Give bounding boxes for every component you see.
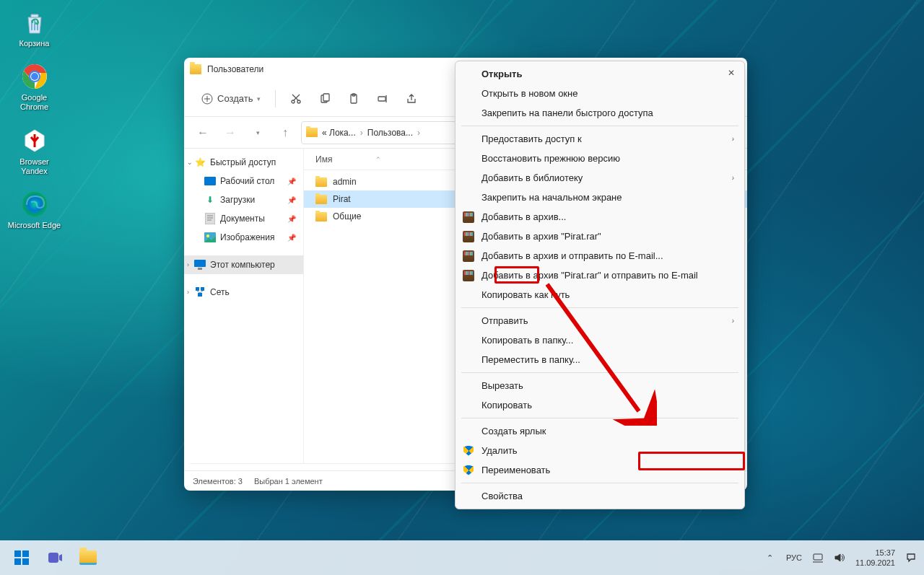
svg-rect-24 xyxy=(14,558,21,565)
tray-chevron-icon[interactable]: ⌃ xyxy=(764,552,776,563)
menu-move-to-folder[interactable]: Переместить в папку... xyxy=(456,350,744,369)
menu-restore-version[interactable]: Восстановить прежнюю версию xyxy=(456,149,744,168)
svg-rect-23 xyxy=(22,550,29,557)
paste-icon[interactable] xyxy=(341,86,367,112)
back-button[interactable]: ← xyxy=(191,121,214,144)
menu-pin-quick-access[interactable]: Закрепить на панели быстрого доступа xyxy=(456,103,744,123)
sidebar: ⌄⭐Быстрый доступ Рабочий стол📌 ⬇Загрузки… xyxy=(184,149,303,463)
sidebar-this-pc[interactable]: ›Этот компьютер xyxy=(184,255,303,274)
icon-label: Microsoft Edge xyxy=(8,221,61,230)
menu-add-archive[interactable]: Добавить в архив... xyxy=(456,207,744,227)
folder-icon xyxy=(306,128,318,137)
taskbar-teams[interactable] xyxy=(40,543,69,572)
shield-icon xyxy=(463,446,474,456)
svg-rect-13 xyxy=(204,177,216,185)
menu-copy-path[interactable]: Копировать как путь xyxy=(456,285,744,304)
icon-label: Корзина xyxy=(19,39,50,48)
svg-point-7 xyxy=(297,100,300,103)
menu-rename[interactable]: Переименовать xyxy=(456,460,744,480)
icon-label: Browser Yandex xyxy=(7,157,61,176)
shield-icon xyxy=(463,465,474,475)
folder-icon xyxy=(190,64,201,74)
rar-icon xyxy=(463,250,474,262)
menu-open-new-window[interactable]: Открыть в новом окне xyxy=(456,84,744,103)
taskbar-explorer[interactable] xyxy=(74,543,103,572)
edge-icon[interactable]: Microsoft Edge xyxy=(7,189,61,230)
sidebar-desktop[interactable]: Рабочий стол📌 xyxy=(184,172,303,190)
rar-icon xyxy=(463,211,474,223)
menu-properties[interactable]: Свойства xyxy=(456,486,744,506)
chrome-icon[interactable]: Google Chrome xyxy=(7,61,61,112)
menu-create-shortcut[interactable]: Создать ярлык xyxy=(456,421,744,441)
svg-rect-21 xyxy=(198,293,202,297)
pin-icon: 📌 xyxy=(287,215,296,223)
folder-icon xyxy=(315,177,327,187)
volume-icon[interactable] xyxy=(834,552,845,563)
recycle-bin-icon[interactable]: Корзина xyxy=(7,7,61,48)
menu-open[interactable]: Открыть xyxy=(456,64,744,84)
menu-add-pirat-rar[interactable]: Добавить в архив "Pirat.rar" xyxy=(456,227,744,246)
menu-add-library[interactable]: Добавить в библиотеку› xyxy=(456,168,744,188)
folder-icon xyxy=(315,195,327,204)
pin-icon: 📌 xyxy=(287,234,296,242)
menu-grant-access[interactable]: Предоставить доступ к› xyxy=(456,129,744,149)
menu-add-email[interactable]: Добавить в архив и отправить по E-mail..… xyxy=(456,246,744,265)
new-button[interactable]: Создать ▾ xyxy=(194,89,268,109)
sidebar-downloads[interactable]: ⬇Загрузки📌 xyxy=(184,190,303,209)
window-title: Пользователи xyxy=(207,64,263,74)
svg-rect-20 xyxy=(201,287,204,291)
yandex-browser-icon[interactable]: Browser Yandex xyxy=(7,126,61,176)
language-indicator[interactable]: РУС xyxy=(786,553,802,562)
svg-rect-19 xyxy=(196,287,199,291)
svg-point-16 xyxy=(206,234,209,237)
cut-icon[interactable] xyxy=(283,86,309,112)
svg-rect-14 xyxy=(205,213,215,224)
copy-icon[interactable] xyxy=(312,86,338,112)
sidebar-pictures[interactable]: Изображения📌 xyxy=(184,228,303,247)
context-menu: ✕ Открыть Открыть в новом окне Закрепить… xyxy=(455,61,745,509)
svg-point-6 xyxy=(292,100,295,103)
notifications-icon[interactable] xyxy=(905,552,917,563)
menu-cut[interactable]: Вырезать xyxy=(456,376,744,395)
item-count: Элементов: 3 xyxy=(193,477,243,486)
menu-add-pirat-email[interactable]: Добавить в архив "Pirat.rar" и отправить… xyxy=(456,265,744,285)
folder-icon xyxy=(315,212,327,221)
sidebar-network[interactable]: ›Сеть xyxy=(184,283,303,302)
share-icon[interactable] xyxy=(398,86,424,112)
svg-rect-27 xyxy=(814,554,822,560)
menu-send-to[interactable]: Отправить› xyxy=(456,311,744,330)
svg-rect-22 xyxy=(14,550,21,557)
menu-copy-to-folder[interactable]: Копировать в папку... xyxy=(456,330,744,350)
network-icon[interactable] xyxy=(812,552,824,563)
menu-pin-start[interactable]: Закрепить на начальном экране xyxy=(456,188,744,207)
rar-icon xyxy=(463,270,474,281)
pin-icon: 📌 xyxy=(287,177,296,185)
svg-rect-12 xyxy=(378,97,385,101)
svg-rect-9 xyxy=(323,94,329,101)
pin-icon: 📌 xyxy=(287,196,296,204)
start-button[interactable] xyxy=(7,543,36,572)
clock[interactable]: 15:37 11.09.2021 xyxy=(855,548,895,569)
svg-rect-26 xyxy=(48,553,58,563)
svg-point-3 xyxy=(31,73,38,80)
desktop-icons: Корзина Google Chrome Browser Yandex Mic… xyxy=(7,7,61,230)
rename-icon[interactable] xyxy=(370,86,396,112)
rar-icon xyxy=(463,231,474,242)
icon-label: Google Chrome xyxy=(7,93,61,112)
svg-rect-17 xyxy=(194,260,206,267)
menu-delete[interactable]: Удалить xyxy=(456,441,744,460)
menu-copy[interactable]: Копировать xyxy=(456,395,744,415)
svg-rect-18 xyxy=(198,268,202,270)
forward-button[interactable]: → xyxy=(219,121,242,144)
sidebar-documents[interactable]: Документы📌 xyxy=(184,209,303,228)
up-button[interactable]: ↑ xyxy=(274,121,297,144)
recent-button[interactable]: ▾ xyxy=(246,121,269,144)
selection-count: Выбран 1 элемент xyxy=(254,477,323,486)
svg-rect-25 xyxy=(22,558,29,565)
sidebar-quick-access[interactable]: ⌄⭐Быстрый доступ xyxy=(184,153,303,172)
taskbar: ⌃ РУС 15:37 11.09.2021 xyxy=(0,540,924,575)
